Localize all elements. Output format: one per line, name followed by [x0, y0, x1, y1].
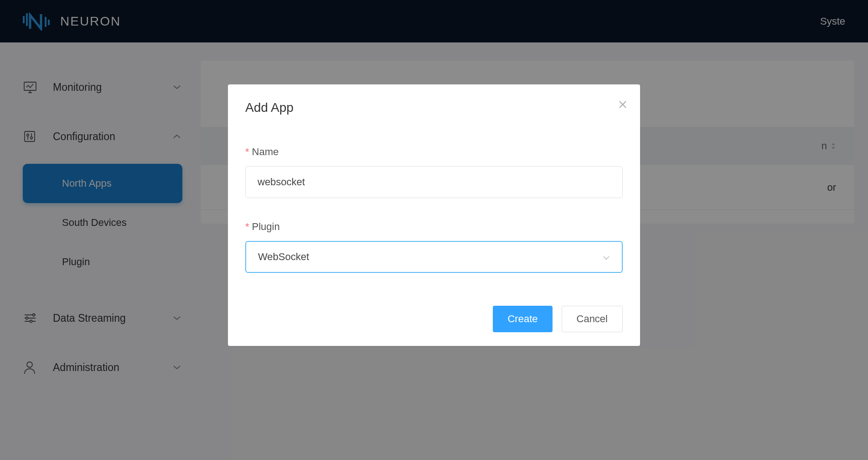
create-button[interactable]: Create [493, 306, 552, 332]
plugin-select[interactable]: WebSocket [245, 241, 623, 273]
modal-footer: Create Cancel [245, 306, 623, 332]
plugin-label-text: Plugin [252, 221, 280, 232]
name-label-text: Name [252, 146, 279, 157]
name-input[interactable] [245, 166, 623, 198]
required-asterisk: * [245, 221, 249, 232]
required-asterisk: * [245, 146, 249, 157]
cancel-button[interactable]: Cancel [562, 306, 623, 332]
modal-close-button[interactable] [618, 100, 627, 111]
name-label: *Name [245, 146, 623, 158]
chevron-down-icon [603, 251, 610, 263]
form-group-name: *Name [245, 146, 623, 198]
add-app-modal: Add App *Name *Plugin WebSocket Create C… [228, 84, 640, 346]
plugin-select-value: WebSocket [258, 251, 309, 263]
plugin-label: *Plugin [245, 221, 623, 233]
form-group-plugin: *Plugin WebSocket [245, 221, 623, 273]
modal-overlay[interactable]: Add App *Name *Plugin WebSocket Create C… [0, 0, 868, 460]
modal-title: Add App [245, 100, 623, 115]
